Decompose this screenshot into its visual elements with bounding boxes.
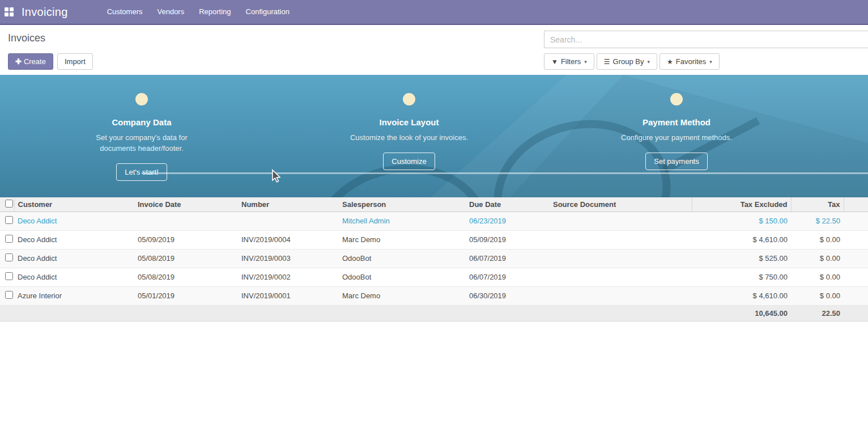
cell-source-document[interactable] (550, 268, 692, 286)
cell-invoice-date[interactable]: 05/08/2019 (134, 268, 238, 286)
nav-item-reporting[interactable]: Reporting (192, 0, 238, 24)
table-row[interactable]: Deco Addict 05/09/2019 INV/2019/0004 Mar… (0, 230, 868, 249)
cell-tax-excluded[interactable]: $ 150.00 (692, 212, 791, 230)
row-checkbox[interactable] (5, 253, 13, 261)
filter-funnel-icon: ▼︎ (551, 58, 558, 66)
filters-button[interactable]: ▼︎Filters▾ (544, 53, 594, 70)
search-options: ▼︎Filters▾ ☰Group By▾ ★Favorites▾ (544, 53, 720, 70)
col-header-tax-excluded[interactable]: Tax Excluded (692, 197, 791, 212)
star-icon: ★ (667, 58, 673, 66)
cell-tax[interactable]: $ 0.00 (791, 249, 844, 268)
import-button[interactable]: Import (57, 53, 93, 70)
table-row[interactable]: Deco Addict 05/08/2019 INV/2019/0003 Odo… (0, 249, 868, 268)
cell-source-document[interactable] (550, 286, 692, 305)
set-payments-button[interactable]: Set payments (645, 153, 708, 170)
cell-tax[interactable]: $ 0.00 (791, 230, 844, 249)
nav-item-customers[interactable]: Customers (100, 0, 150, 24)
col-header-invoice-date[interactable]: Invoice Date (134, 197, 238, 212)
lets-start-button[interactable]: Let's start! (116, 163, 167, 181)
totals-row: 10,645.00 22.50 (0, 305, 868, 321)
chevron-down-icon: ▾ (584, 59, 587, 65)
cell-number[interactable]: INV/2019/0003 (238, 249, 339, 268)
cell-number[interactable]: INV/2019/0004 (238, 230, 339, 249)
cell-customer[interactable]: Deco Addict (14, 230, 134, 249)
total-tax-excluded: 10,645.00 (692, 305, 791, 321)
step-title: Invoice Layout (324, 117, 494, 127)
cell-source-document[interactable] (550, 212, 692, 230)
cell-due-date[interactable]: 06/07/2019 (466, 249, 550, 268)
nav-item-vendors[interactable]: Vendors (150, 0, 192, 24)
chevron-down-icon: ▾ (648, 59, 650, 65)
onboarding-step-payment-method: Payment Method Configure your payment me… (592, 93, 761, 170)
cell-due-date[interactable]: 06/07/2019 (466, 268, 550, 286)
cell-number[interactable]: INV/2019/0001 (238, 286, 339, 305)
step-description: Customize the look of your invoices. (347, 132, 471, 143)
cell-invoice-date[interactable]: 05/08/2019 (134, 249, 238, 268)
row-checkbox[interactable] (5, 272, 13, 280)
row-checkbox[interactable] (5, 235, 13, 243)
cell-tax[interactable]: $ 22.50 (791, 212, 844, 230)
table-row[interactable]: Deco Addict Mitchell Admin 06/23/2019 $ … (0, 212, 868, 230)
cell-invoice-date[interactable] (134, 212, 238, 230)
cell-salesperson[interactable]: Marc Demo (339, 286, 466, 305)
onboarding-step-invoice-layout: Invoice Layout Customize the look of you… (324, 93, 494, 170)
control-panel: Invoices ✚Create Import ▼︎Filters▾ ☰Grou… (0, 25, 868, 75)
cell-due-date[interactable]: 05/09/2019 (466, 230, 550, 249)
page-title: Invoices (8, 32, 45, 44)
create-button[interactable]: ✚Create (8, 53, 53, 70)
row-checkbox[interactable] (5, 291, 13, 299)
col-header-customer[interactable]: Customer (14, 197, 134, 212)
cell-customer[interactable]: Deco Addict (14, 268, 134, 286)
chevron-down-icon: ▾ (709, 59, 712, 65)
cell-source-document[interactable] (550, 230, 692, 249)
search-box (544, 31, 868, 48)
invoicing-page: Invoicing Customers Vendors Reporting Co… (0, 0, 868, 427)
cell-salesperson[interactable]: Marc Demo (339, 230, 466, 249)
cell-invoice-date[interactable]: 05/09/2019 (134, 230, 238, 249)
cell-customer[interactable]: Deco Addict (14, 212, 134, 230)
cell-customer[interactable]: Deco Addict (14, 249, 134, 268)
cell-number[interactable] (238, 212, 339, 230)
table-row[interactable]: Deco Addict 05/08/2019 INV/2019/0002 Odo… (0, 268, 868, 286)
step-description: Set your company's data for documents he… (79, 132, 204, 154)
nav-menu: Customers Vendors Reporting Configuratio… (100, 0, 297, 24)
cell-source-document[interactable] (550, 249, 692, 268)
cell-tax-excluded[interactable]: $ 4,610.00 (692, 286, 791, 305)
cell-salesperson[interactable]: OdooBot (339, 268, 466, 286)
row-checkbox[interactable] (5, 216, 13, 224)
onboarding-step-company-data: Company Data Set your company's data for… (57, 93, 227, 181)
select-all-checkbox[interactable] (5, 200, 13, 208)
onboarding-banner: Company Data Set your company's data for… (0, 75, 868, 197)
cell-customer[interactable]: Azure Interior (14, 286, 134, 305)
col-header-due-date[interactable]: Due Date (466, 197, 550, 212)
search-input[interactable] (544, 31, 868, 48)
plus-icon: ✚ (15, 57, 22, 66)
customize-button[interactable]: Customize (383, 153, 435, 170)
onboarding-progress-line (142, 172, 868, 174)
cell-tax-excluded[interactable]: $ 4,610.00 (692, 230, 791, 249)
cell-due-date[interactable]: 06/30/2019 (466, 286, 550, 305)
step-dot-icon (403, 93, 415, 105)
cell-invoice-date[interactable]: 05/01/2019 (134, 286, 238, 305)
table-header-row: Customer Invoice Date Number Salesperson… (0, 197, 868, 212)
col-header-salesperson[interactable]: Salesperson (339, 197, 466, 212)
favorites-button[interactable]: ★Favorites▾ (659, 53, 720, 70)
cell-number[interactable]: INV/2019/0002 (238, 268, 339, 286)
cell-tax[interactable]: $ 0.00 (791, 286, 844, 305)
cell-tax-excluded[interactable]: $ 525.00 (692, 249, 791, 268)
action-buttons: ✚Create Import (8, 53, 93, 70)
table-row[interactable]: Azure Interior 05/01/2019 INV/2019/0001 … (0, 286, 868, 305)
group-by-button[interactable]: ☰Group By▾ (597, 53, 657, 70)
total-tax: 22.50 (791, 305, 844, 321)
cell-due-date[interactable]: 06/23/2019 (466, 212, 550, 230)
col-header-tax[interactable]: Tax (791, 197, 844, 212)
cell-salesperson[interactable]: OdooBot (339, 249, 466, 268)
cell-salesperson[interactable]: Mitchell Admin (339, 212, 466, 230)
col-header-number[interactable]: Number (238, 197, 339, 212)
nav-item-configuration[interactable]: Configuration (239, 0, 297, 24)
cell-tax[interactable]: $ 0.00 (791, 268, 844, 286)
step-dot-icon (670, 93, 683, 105)
cell-tax-excluded[interactable]: $ 750.00 (692, 268, 791, 286)
col-header-source-document[interactable]: Source Document (550, 197, 692, 212)
apps-grid-icon[interactable] (5, 7, 14, 16)
